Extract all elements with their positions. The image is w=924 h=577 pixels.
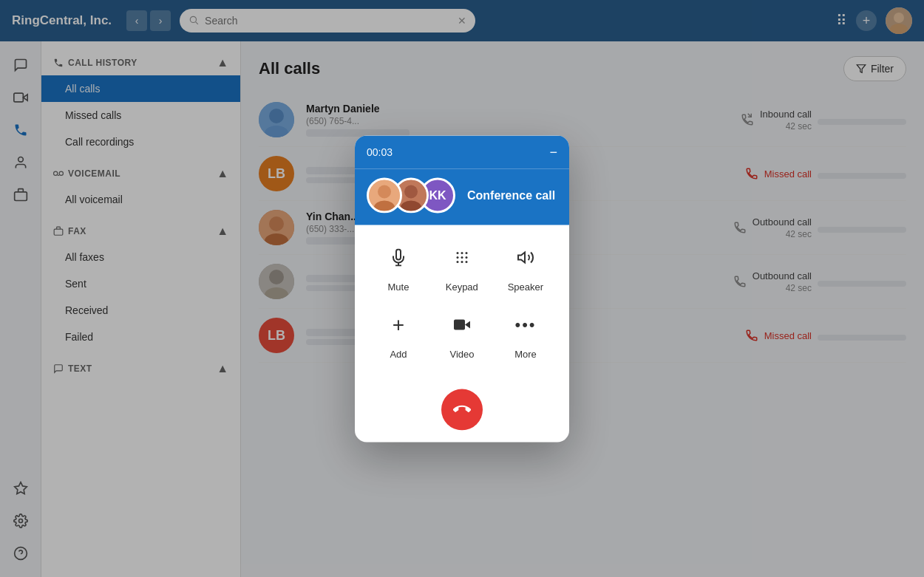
- add-label: Add: [390, 348, 407, 359]
- popup-ctrl-more[interactable]: ••• More: [508, 307, 543, 359]
- keypad-icon: [444, 239, 480, 275]
- call-popup: 00:03 − KK Conference call Mute Keypad: [355, 135, 569, 442]
- svg-point-36: [461, 252, 463, 254]
- end-call-icon: [453, 400, 471, 418]
- svg-point-37: [465, 252, 467, 254]
- keypad-label: Keypad: [446, 281, 478, 292]
- svg-point-43: [465, 261, 467, 263]
- speaker-label: Speaker: [508, 281, 543, 292]
- video-icon: [444, 307, 480, 342]
- popup-ctrl-mute[interactable]: Mute: [381, 239, 416, 292]
- popup-ctrl-keypad[interactable]: Keypad: [444, 239, 480, 292]
- svg-point-38: [456, 256, 458, 259]
- svg-marker-45: [465, 321, 470, 328]
- svg-rect-46: [454, 319, 465, 330]
- popup-ctrl-video[interactable]: Video: [444, 307, 480, 359]
- svg-point-42: [461, 261, 463, 263]
- end-call-button[interactable]: [441, 389, 483, 430]
- speaker-icon: [508, 239, 543, 275]
- popup-ctrl-row-1: Mute Keypad Speaker: [367, 239, 557, 292]
- popup-avatar-1: [367, 177, 402, 213]
- svg-point-35: [456, 252, 458, 254]
- video-label: Video: [449, 348, 474, 359]
- mute-label: Mute: [387, 281, 409, 292]
- popup-minimize-button[interactable]: −: [549, 144, 557, 160]
- popup-ctrl-add[interactable]: + Add: [381, 307, 416, 359]
- popup-header: 00:03 −: [355, 135, 569, 168]
- popup-ctrl-speaker[interactable]: Speaker: [508, 239, 543, 292]
- popup-avatars: KK Conference call: [355, 168, 569, 225]
- add-icon: +: [381, 307, 416, 342]
- svg-point-41: [456, 261, 458, 263]
- svg-point-31: [404, 185, 418, 198]
- popup-end: [355, 389, 569, 442]
- popup-call-label: Conference call: [467, 188, 555, 202]
- popup-controls: Mute Keypad Speaker + Add: [355, 225, 569, 389]
- more-label: More: [514, 348, 537, 359]
- svg-marker-44: [518, 252, 525, 262]
- more-icon: •••: [508, 307, 543, 342]
- svg-point-40: [465, 256, 467, 259]
- svg-point-39: [461, 256, 463, 259]
- svg-point-28: [378, 185, 391, 198]
- popup-timer: 00:03: [367, 146, 393, 158]
- popup-ctrl-row-2: + Add Video ••• More: [367, 307, 557, 359]
- mute-icon: [381, 239, 416, 275]
